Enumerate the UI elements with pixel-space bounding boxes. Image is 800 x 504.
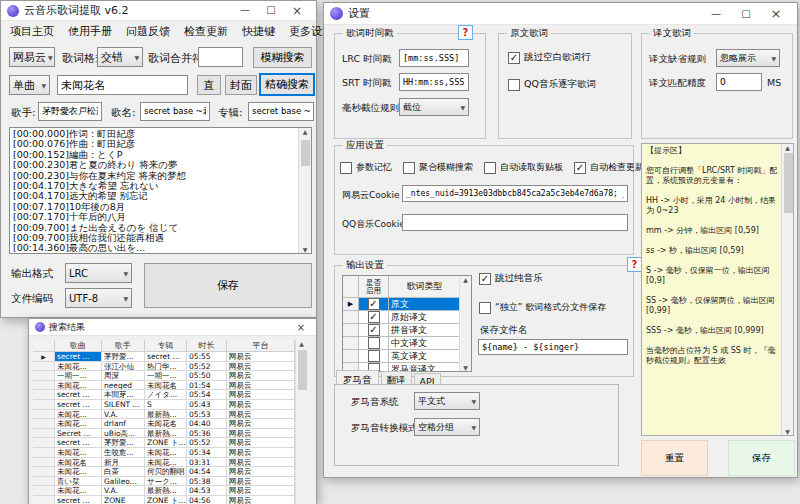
main-titlebar[interactable]: 云音乐歌词提取 v6.2 — □ × [1,1,316,21]
column-header[interactable]: 歌曲 [55,340,102,352]
netease-cookie-input[interactable] [402,185,628,202]
maximize-icon[interactable]: □ [258,4,284,18]
checkbox[interactable] [508,79,520,91]
column-header[interactable]: 专辑 [145,340,187,352]
minimize-icon[interactable]: — [701,3,731,25]
filename-input[interactable] [478,339,628,355]
checkbox[interactable] [340,162,352,174]
hint-scrollbar[interactable]: ▲ ▼ [781,144,793,435]
checkbox-option[interactable]: ✓自动检查更新 [574,161,644,174]
column-header[interactable]: 时长 [187,340,227,352]
lrc-timestamp-input[interactable] [399,49,469,67]
song-field[interactable] [140,102,210,121]
checkbox[interactable]: ✓ [479,273,491,285]
lyric-format-select[interactable]: 交错 ▼ [97,47,143,67]
romaji-mode-select[interactable]: 空格分组 ▼ [414,418,480,436]
romaji-system-select[interactable]: 平文式 ▼ [414,392,480,410]
lyrics-scrollbar[interactable]: ▲ ▼ [298,128,311,253]
singer-field[interactable] [38,102,102,121]
close-icon[interactable]: × [284,4,310,18]
help-icon[interactable]: ? [458,25,473,40]
table-row[interactable]: secret ...茅野愛...ZONE ト...05:52网易云 [33,438,295,448]
fuzzy-search-button[interactable]: 模糊搜索 [253,47,312,68]
cover-button[interactable]: 封面 [225,75,257,95]
search-input[interactable] [57,75,188,95]
save-settings-button[interactable]: 保存 [728,440,795,476]
translation-default-rule-select[interactable]: 忽略展示 ▼ [716,49,780,67]
source-select[interactable]: 网易云 ▼ [9,47,55,67]
ms-rule-select[interactable]: 截位 ▼ [399,98,469,116]
table-row[interactable]: 未闻花...V.A.最新熱...05:53网易云 [33,410,295,420]
direct-link-button[interactable]: 直 [197,75,221,95]
skip-blank-lines-option[interactable]: ✓ 跳过空白歌词行 [508,51,591,64]
scroll-down-icon[interactable]: ▼ [303,246,308,253]
menu-item[interactable]: 项目主页 [3,24,61,39]
checkbox[interactable]: ✓ [368,298,380,310]
scroll-down-icon[interactable]: ▼ [463,364,468,371]
table-row[interactable]: 未闻花名新月未闻花...03:31网易云 [33,458,295,468]
table-row[interactable]: 青い栞Galileo...サーク...05:38网易云 [33,477,295,487]
exact-search-button[interactable]: 精确搜索 [259,73,315,96]
hint-area[interactable]: 【提示区】 您可自行调整「LRC/SRT 时间戳」配置，系统预设的元变量有： H… [641,143,794,436]
menu-item[interactable]: 检查更新 [177,24,235,39]
lyrics-box[interactable]: [00:00.000]作词 : 町田紀彦[00:00.076]作曲 : 町田紀彦… [9,127,312,254]
checkbox[interactable]: ✓ [368,311,380,323]
table-row[interactable]: 未闻花...生咬愈...未闻花...05:34网易云 [33,448,295,458]
table-row[interactable]: ▶secret ...茅野愛...secret ...05:55网易云 [33,352,295,362]
column-header[interactable]: 歌手 [102,340,145,352]
menu-item[interactable]: 问题反馈 [119,24,177,39]
merge-symbol-input[interactable] [198,47,243,67]
scrollbar-thumb[interactable] [298,350,307,390]
scroll-up-icon[interactable]: ▲ [463,276,468,283]
close-icon[interactable]: × [292,322,310,333]
lyric-type-row[interactable]: 英文译文 [343,350,471,363]
table-row[interactable]: secret ...ZONEZONE ト...04:56网易云 [33,496,295,504]
lyric-type-row[interactable]: ▶✓原文 [343,298,471,311]
checkbox[interactable] [479,302,491,314]
search-type-select[interactable]: 单曲 ▼ [9,75,50,95]
checkbox-option[interactable]: 聚合模糊搜索 [403,161,473,174]
help-icon[interactable]: ? [627,257,642,272]
scroll-up-icon[interactable]: ▲ [785,144,790,151]
checkbox[interactable]: ✓ [574,162,586,174]
encoding-select[interactable]: UTF-8 ▼ [65,288,132,308]
checkbox-option[interactable]: 参数记忆 [340,161,392,174]
scrollbar-thumb[interactable] [301,140,310,166]
scroll-down-icon[interactable]: ▼ [785,428,790,435]
checkbox[interactable] [368,350,380,362]
skip-instrumental-option[interactable]: ✓ 跳过纯音乐 [479,272,543,285]
scrollbar-thumb[interactable] [784,153,793,213]
results-titlebar[interactable]: 搜索结果 × [29,319,316,336]
column-header[interactable]: 平台 [227,340,295,352]
table-row[interactable]: secret ...本間芽...ノイタ...05:54网易云 [33,390,295,400]
maximize-icon[interactable]: □ [731,3,761,25]
reset-button[interactable]: 重置 [641,440,708,476]
table-scrollbar[interactable]: ▲ ▼ [459,276,471,371]
save-lyrics-button[interactable]: 保存 [144,263,312,308]
results-scrollbar[interactable]: ▲ ▼ [295,340,307,504]
qq-verbatim-option[interactable]: QQ音乐逐字歌词 [508,78,596,91]
table-row[interactable]: 未闻花...drlanf未闻花名04:40网易云 [33,419,295,429]
table-row[interactable]: secret ...SILENT ...S05:43网易云 [33,400,295,410]
table-row[interactable]: 未闻花...张江小仙热门华...05:52网易云 [33,362,295,372]
scroll-up-icon[interactable]: ▲ [303,128,308,135]
checkbox-option[interactable]: 自动读取剪贴板 [484,161,563,174]
qq-cookie-input[interactable] [402,214,628,231]
menu-item[interactable]: 快捷键 [235,24,282,39]
checkbox[interactable]: ✓ [508,52,520,64]
table-row[interactable]: Secret ...uBio高...最新熱...05:36网易云 [33,429,295,439]
table-row[interactable]: 未闻花...白茶何贝的翻唱04:54网易云 [33,467,295,477]
close-icon[interactable]: × [761,3,791,25]
table-row[interactable]: 一期一...周深一期一...05:50网易云 [33,371,295,381]
menu-item[interactable]: 使用手册 [61,24,119,39]
settings-titlebar[interactable]: 设置 — □ × [324,3,797,25]
minimize-icon[interactable]: — [232,4,258,18]
checkbox[interactable] [484,162,496,174]
srt-timestamp-input[interactable] [399,73,469,91]
lyric-type-row[interactable]: ✓拼音译文 [343,324,471,337]
lyric-type-row[interactable]: 中文译文 [343,337,471,350]
checkbox[interactable] [368,337,380,349]
scroll-up-icon[interactable]: ▲ [299,340,304,347]
translation-precision-input[interactable] [716,73,762,91]
checkbox[interactable] [403,162,415,174]
